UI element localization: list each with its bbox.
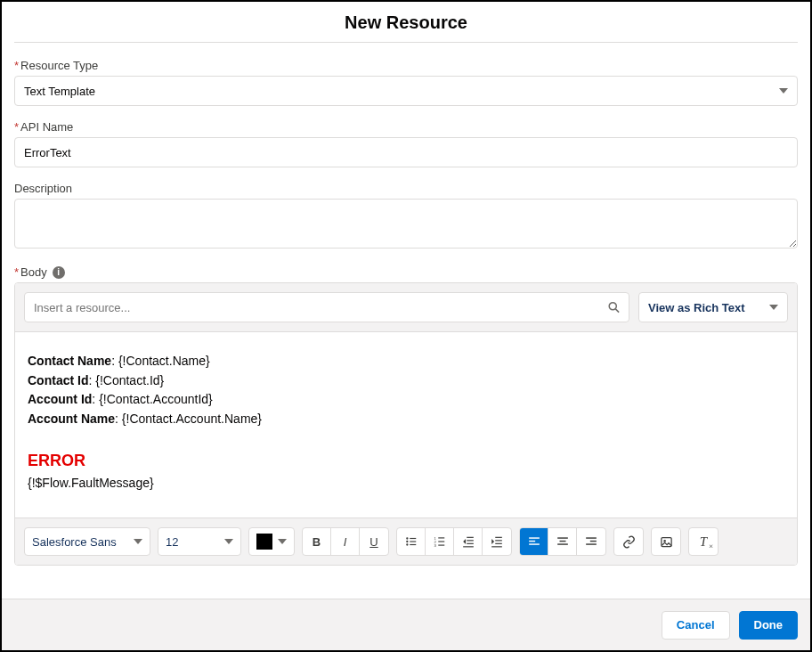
svg-rect-21: [495, 543, 502, 544]
svg-rect-9: [438, 538, 444, 539]
svg-rect-26: [529, 544, 540, 545]
svg-rect-7: [410, 544, 416, 545]
svg-rect-29: [557, 544, 568, 545]
svg-rect-25: [529, 541, 535, 542]
svg-rect-17: [463, 547, 474, 548]
bold-button[interactable]: B: [303, 528, 331, 555]
align-center-button[interactable]: [548, 528, 577, 555]
svg-rect-22: [491, 547, 502, 548]
svg-rect-5: [410, 542, 416, 542]
align-group: [519, 527, 606, 556]
svg-rect-11: [438, 542, 444, 542]
label-description: Description: [14, 182, 798, 195]
divider: [14, 42, 798, 43]
view-mode-select[interactable]: View as Rich Text: [638, 292, 788, 322]
numbered-list-button[interactable]: 123: [426, 528, 454, 555]
chevron-down-icon: [278, 539, 287, 544]
label-body: *Body i: [14, 265, 798, 279]
svg-rect-3: [410, 538, 416, 539]
chevron-down-icon: [779, 88, 788, 94]
field-description: Description: [14, 182, 798, 251]
svg-rect-27: [557, 538, 568, 539]
outdent-button[interactable]: [454, 528, 483, 555]
svg-marker-18: [463, 539, 466, 544]
italic-button[interactable]: I: [331, 528, 360, 555]
done-button[interactable]: Done: [739, 611, 799, 640]
svg-rect-15: [467, 541, 474, 542]
resource-search-wrap: [24, 292, 629, 322]
modal-footer: Cancel Done: [2, 599, 810, 650]
search-icon: [607, 301, 621, 314]
list-indent-group: 123: [396, 527, 512, 556]
bullet-list-button[interactable]: [397, 528, 426, 555]
clear-formatting-button[interactable]: T×: [688, 527, 719, 556]
svg-rect-14: [467, 537, 474, 538]
chevron-down-icon: [769, 305, 778, 310]
indent-button[interactable]: [483, 528, 511, 555]
font-color-select[interactable]: [248, 527, 295, 556]
chevron-down-icon: [134, 539, 142, 544]
field-resource-type: *Resource Type Text Template: [14, 59, 798, 106]
svg-rect-31: [590, 541, 597, 542]
align-right-button[interactable]: [577, 528, 605, 555]
info-icon[interactable]: i: [53, 266, 65, 279]
svg-marker-23: [491, 539, 494, 544]
svg-rect-19: [495, 537, 502, 538]
cancel-button[interactable]: Cancel: [662, 611, 730, 640]
font-size-select[interactable]: 12: [158, 527, 241, 556]
label-api-name: *API Name: [14, 120, 798, 134]
font-family-select[interactable]: Salesforce Sans: [24, 527, 150, 556]
description-textarea[interactable]: [14, 199, 798, 249]
resource-search-input[interactable]: [24, 292, 629, 322]
label-resource-type: *Resource Type: [14, 59, 798, 72]
svg-point-4: [406, 541, 408, 542]
svg-point-34: [663, 540, 666, 542]
form-body: *Resource Type Text Template *API Name D…: [2, 42, 810, 599]
svg-rect-16: [467, 543, 474, 544]
chevron-down-icon: [224, 539, 233, 544]
modal-header: New Resource: [2, 2, 810, 42]
field-body: *Body i View as Rich Text: [14, 265, 798, 566]
underline-button[interactable]: U: [360, 528, 388, 555]
svg-rect-28: [559, 541, 565, 542]
svg-point-6: [406, 544, 408, 546]
align-left-button[interactable]: [520, 528, 548, 555]
svg-rect-30: [586, 538, 597, 539]
api-name-input[interactable]: [14, 137, 798, 167]
editor-top-bar: View as Rich Text: [15, 283, 797, 332]
svg-rect-20: [495, 541, 502, 542]
editor-content[interactable]: Contact Name: {!Contact.Name} Contact Id…: [15, 332, 797, 518]
rich-text-editor: View as Rich Text Contact Name: {!Contac…: [14, 282, 798, 566]
color-swatch-icon: [256, 534, 272, 550]
svg-text:3: 3: [434, 543, 436, 548]
editor-toolbar: Salesforce Sans 12 B I U: [15, 518, 797, 565]
resource-type-select[interactable]: Text Template: [14, 76, 798, 106]
svg-point-0: [609, 303, 616, 310]
svg-line-1: [615, 309, 619, 313]
image-button[interactable]: [651, 527, 681, 556]
svg-rect-32: [586, 544, 597, 545]
svg-rect-24: [529, 538, 540, 539]
modal-title: New Resource: [2, 12, 810, 33]
svg-point-2: [406, 538, 408, 540]
field-api-name: *API Name: [14, 120, 798, 167]
link-button[interactable]: [613, 527, 644, 556]
svg-rect-13: [438, 545, 444, 546]
text-style-group: B I U: [302, 527, 389, 556]
new-resource-modal: New Resource *Resource Type Text Templat…: [0, 0, 812, 652]
